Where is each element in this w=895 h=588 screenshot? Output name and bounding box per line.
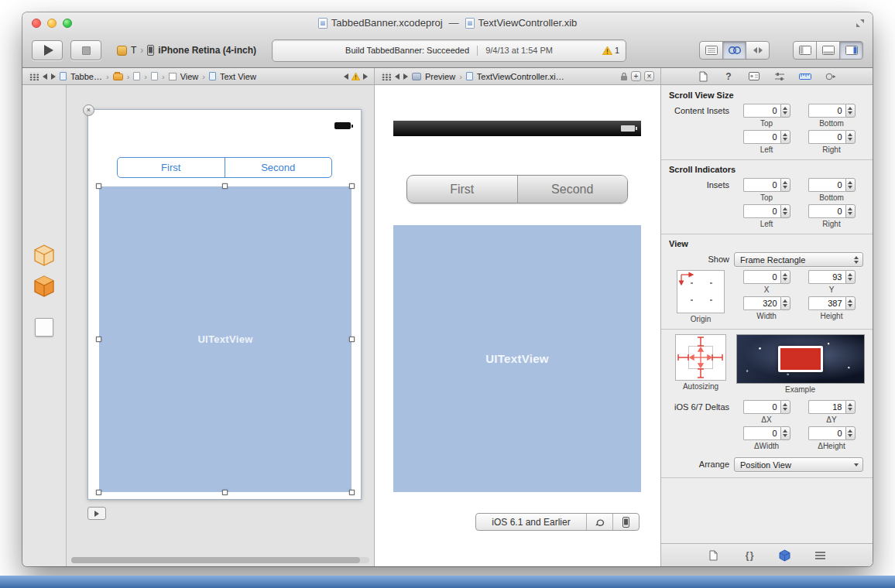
resize-handle-n[interactable]	[222, 183, 228, 189]
indicator-inset-right-stepper[interactable]	[845, 204, 856, 218]
resize-handle-se[interactable]	[349, 490, 355, 495]
run-button[interactable]	[32, 40, 63, 60]
content-inset-left-stepper[interactable]	[780, 130, 790, 144]
forward-button[interactable]	[403, 74, 408, 80]
warning-icon[interactable]	[351, 73, 360, 80]
uitextview[interactable]: UITextView	[99, 186, 351, 492]
origin-selector[interactable]	[677, 270, 725, 313]
height-stepper[interactable]	[845, 296, 856, 310]
code-snippet-library-tab[interactable]: { }	[742, 548, 757, 563]
width-stepper[interactable]	[780, 296, 790, 310]
delta-y-stepper[interactable]	[845, 400, 856, 414]
add-assistant-editor-button[interactable]: +	[631, 71, 641, 81]
indicator-inset-left-field[interactable]	[743, 204, 780, 218]
breadcrumb-assistant-mode[interactable]: Preview	[425, 72, 455, 81]
doc-icon[interactable]	[151, 72, 158, 80]
back-button[interactable]	[43, 74, 47, 80]
lock-icon[interactable]	[620, 72, 628, 81]
file-inspector-tab[interactable]	[696, 70, 710, 83]
content-inset-bottom-stepper[interactable]	[845, 104, 856, 118]
indicator-inset-right-field[interactable]	[808, 204, 845, 218]
scene-close-button[interactable]: ×	[83, 104, 94, 116]
forward-button[interactable]	[51, 74, 56, 80]
view-scene[interactable]: × First Second UITextView	[87, 109, 362, 500]
connections-inspector-tab[interactable]	[824, 70, 838, 83]
preview-os-version-selector[interactable]: iOS 6.1 and Earlier	[476, 517, 586, 528]
height-field[interactable]	[808, 296, 845, 310]
ib-canvas[interactable]: × First Second UITextView	[67, 85, 374, 566]
close-assistant-editor-button[interactable]: ×	[644, 71, 654, 81]
resize-handle-w[interactable]	[96, 337, 101, 342]
delta-width-stepper[interactable]	[780, 426, 790, 440]
first-responder-icon[interactable]	[33, 275, 55, 298]
content-inset-right-stepper[interactable]	[845, 130, 856, 144]
segment-second[interactable]: Second	[225, 158, 332, 177]
y-stepper[interactable]	[845, 270, 856, 284]
quick-help-inspector-tab[interactable]: ?	[722, 70, 736, 83]
preview-device-button[interactable]	[613, 514, 639, 530]
x-field[interactable]	[743, 270, 780, 284]
resize-handle-s[interactable]	[222, 490, 228, 495]
standard-editor-button[interactable]	[699, 41, 723, 60]
scene-dock-toggle-button[interactable]	[87, 507, 106, 520]
y-field[interactable]	[808, 270, 845, 284]
content-inset-left-field[interactable]	[743, 130, 780, 144]
delta-height-stepper[interactable]	[845, 426, 856, 440]
warning-count-badge[interactable]: 1	[602, 40, 619, 61]
zoom-window-button[interactable]	[63, 19, 72, 28]
related-items-icon[interactable]	[381, 73, 391, 80]
delta-x-stepper[interactable]	[780, 400, 790, 414]
doc-icon[interactable]	[133, 72, 140, 80]
attributes-inspector-tab[interactable]	[773, 70, 787, 83]
close-window-button[interactable]	[32, 19, 41, 28]
back-button[interactable]	[395, 74, 399, 80]
identity-inspector-tab[interactable]	[747, 70, 761, 83]
resize-handle-ne[interactable]	[349, 183, 355, 189]
breadcrumb-project[interactable]: Tabbe…	[70, 72, 102, 81]
delta-width-field[interactable]	[743, 426, 780, 440]
resize-handle-e[interactable]	[349, 337, 355, 342]
previous-issue-button[interactable]	[344, 74, 348, 80]
files-owner-icon[interactable]	[33, 244, 55, 267]
next-issue-button[interactable]	[363, 74, 368, 80]
object-library-tab[interactable]	[777, 548, 793, 563]
folder-icon[interactable]	[113, 74, 123, 80]
scheme-selector[interactable]: T › iPhone Retina (4-inch)	[117, 45, 256, 56]
segmented-control[interactable]: First Second	[117, 157, 332, 178]
width-field[interactable]	[743, 296, 780, 310]
media-library-tab[interactable]	[813, 548, 828, 563]
window-titlebar[interactable]: TabbedBanner.xcodeproj — TextViewControl…	[22, 12, 873, 33]
minimize-window-button[interactable]	[47, 19, 57, 28]
segment-first[interactable]: First	[118, 158, 225, 177]
size-inspector-tab[interactable]	[798, 70, 812, 83]
x-stepper[interactable]	[780, 270, 790, 284]
stop-button[interactable]	[70, 40, 101, 60]
arrange-popup[interactable]: Position View	[734, 457, 863, 472]
breadcrumb-assistant-document[interactable]: TextViewController.xi…	[477, 72, 564, 81]
breadcrumb-textview[interactable]: Text View	[220, 72, 256, 81]
scrollbar-thumb[interactable]	[71, 557, 360, 563]
version-editor-button[interactable]	[746, 41, 770, 60]
preview-rotate-button[interactable]	[587, 514, 612, 530]
autosizing-control[interactable]	[675, 334, 726, 381]
file-template-library-tab[interactable]	[706, 548, 722, 563]
delta-height-field[interactable]	[808, 426, 845, 440]
debug-area-toggle-button[interactable]	[816, 41, 840, 60]
delta-x-field[interactable]	[743, 400, 780, 414]
related-items-icon[interactable]	[29, 73, 39, 80]
indicator-inset-top-stepper[interactable]	[780, 178, 790, 192]
assistant-editor-button[interactable]	[722, 41, 746, 60]
breadcrumb-view[interactable]: View	[180, 72, 199, 81]
show-popup[interactable]: Frame Rectangle	[734, 252, 863, 267]
content-inset-top-field[interactable]	[743, 104, 780, 118]
indicator-inset-bottom-stepper[interactable]	[845, 178, 856, 192]
content-inset-right-field[interactable]	[808, 130, 845, 144]
content-inset-top-stepper[interactable]	[780, 104, 790, 118]
view-object-icon[interactable]	[35, 318, 53, 337]
indicator-inset-bottom-field[interactable]	[808, 178, 845, 192]
canvas-horizontal-scrollbar[interactable]	[71, 557, 369, 563]
utilities-toggle-button[interactable]	[839, 41, 863, 60]
content-inset-bottom-field[interactable]	[808, 104, 845, 118]
fullscreen-icon[interactable]	[856, 19, 865, 28]
navigator-toggle-button[interactable]	[793, 41, 817, 60]
